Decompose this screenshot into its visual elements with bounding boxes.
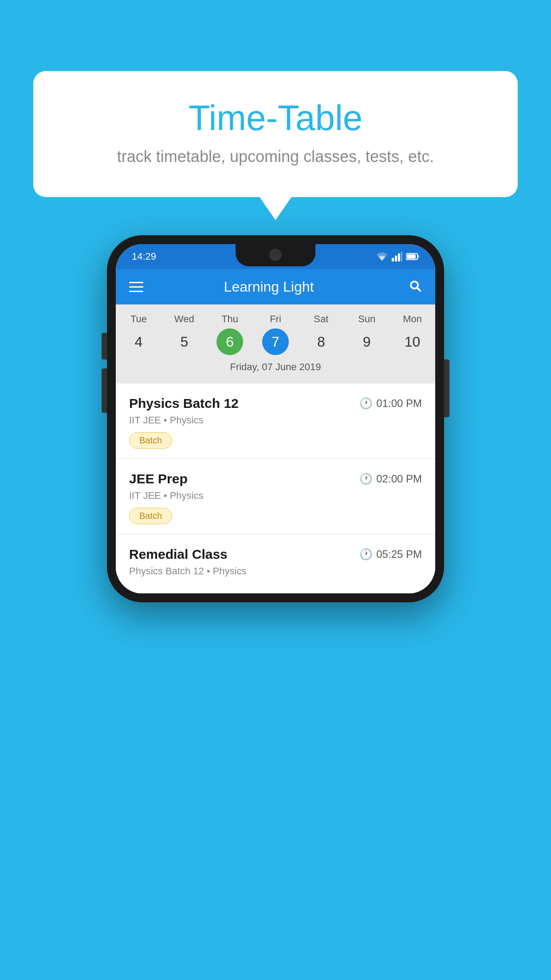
bubble-title: Time-Table: [69, 98, 482, 138]
svg-rect-6: [407, 254, 416, 259]
wifi-icon: [376, 252, 388, 261]
phone-side-btn-right: [444, 360, 449, 417]
app-title: Learning Light: [129, 279, 409, 295]
phone-mockup: 14:29: [107, 235, 444, 602]
schedule-item-2-title: JEE Prep: [129, 471, 188, 486]
schedule-item-3-title: Remedial Class: [129, 547, 228, 562]
schedule-item-1-title: Physics Batch 12: [129, 396, 239, 411]
phone-screen: 14:29: [116, 244, 435, 593]
day-header-tue: Tue: [116, 313, 161, 325]
clock-icon-3: 🕐: [359, 548, 373, 561]
speech-bubble-wrapper: Time-Table track timetable, upcoming cla…: [33, 71, 518, 197]
day-10[interactable]: 10: [390, 330, 435, 354]
day-8[interactable]: 8: [298, 330, 344, 354]
day-header-sat: Sat: [298, 313, 344, 325]
day-header-sun: Sun: [344, 313, 390, 325]
search-button[interactable]: [409, 279, 422, 294]
schedule-item-3-header: Remedial Class 🕐 05:25 PM: [129, 547, 422, 562]
day-7-selected[interactable]: 7: [262, 328, 289, 355]
phone-camera: [269, 249, 282, 261]
bubble-subtitle: track timetable, upcoming classes, tests…: [69, 147, 482, 166]
day-header-fri: Fri: [253, 313, 299, 325]
schedule-item-1-subtitle: IIT JEE • Physics: [129, 415, 422, 426]
day-headers: Tue Wed Thu Fri Sat Sun Mon: [116, 313, 435, 325]
signal-icon: [392, 252, 402, 261]
schedule-item-1-time: 🕐 01:00 PM: [359, 397, 422, 410]
schedule-item-3-subtitle: Physics Batch 12 • Physics: [129, 565, 422, 577]
day-header-mon: Mon: [390, 313, 435, 325]
phone-frame: 14:29: [107, 235, 444, 602]
schedule-item-2[interactable]: JEE Prep 🕐 02:00 PM IIT JEE • Physics Ba…: [116, 459, 435, 534]
schedule-item-1-tag: Batch: [129, 432, 172, 449]
schedule-list: Physics Batch 12 🕐 01:00 PM IIT JEE • Ph…: [116, 383, 435, 593]
schedule-item-3[interactable]: Remedial Class 🕐 05:25 PM Physics Batch …: [116, 534, 435, 593]
svg-rect-3: [401, 252, 402, 261]
selected-date-label: Friday, 07 June 2019: [116, 361, 435, 379]
schedule-item-2-time: 🕐 02:00 PM: [359, 473, 422, 485]
schedule-item-2-tag: Batch: [129, 508, 172, 524]
clock-icon-1: 🕐: [359, 397, 373, 410]
svg-rect-0: [392, 258, 394, 261]
day-9[interactable]: 9: [344, 330, 390, 354]
search-icon: [409, 279, 422, 292]
status-time: 14:29: [132, 251, 156, 262]
battery-icon: [406, 253, 419, 261]
status-icons: [376, 252, 419, 261]
day-4[interactable]: 4: [116, 330, 161, 354]
phone-notch: [236, 244, 315, 266]
svg-rect-5: [417, 255, 419, 258]
schedule-item-3-time: 🕐 05:25 PM: [359, 548, 422, 561]
speech-bubble: Time-Table track timetable, upcoming cla…: [33, 71, 518, 197]
day-5[interactable]: 5: [161, 330, 207, 354]
day-header-wed: Wed: [161, 313, 207, 325]
svg-rect-2: [398, 253, 400, 261]
day-numbers: 4 5 6 7 8 9 10: [116, 328, 435, 355]
app-bar: Learning Light: [116, 269, 435, 304]
svg-line-8: [417, 288, 420, 291]
phone-side-btn-left: [102, 333, 107, 360]
schedule-item-2-subtitle: IIT JEE • Physics: [129, 490, 422, 502]
phone-side-btn-left2: [102, 368, 107, 413]
calendar-strip: Tue Wed Thu Fri Sat Sun Mon 4 5 6 7 8 9 …: [116, 304, 435, 383]
day-header-thu: Thu: [207, 313, 253, 325]
schedule-item-1-header: Physics Batch 12 🕐 01:00 PM: [129, 396, 422, 411]
clock-icon-2: 🕐: [359, 473, 373, 485]
schedule-item-2-header: JEE Prep 🕐 02:00 PM: [129, 471, 422, 486]
svg-rect-1: [395, 256, 397, 261]
day-6-today[interactable]: 6: [216, 328, 243, 355]
schedule-item-1[interactable]: Physics Batch 12 🕐 01:00 PM IIT JEE • Ph…: [116, 383, 435, 459]
